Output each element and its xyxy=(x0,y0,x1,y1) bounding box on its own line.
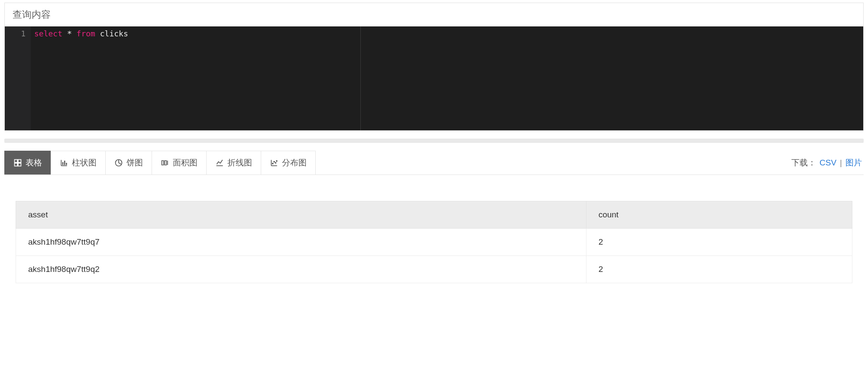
tab-pie-label: 饼图 xyxy=(126,157,143,168)
table-header-row: asset count xyxy=(16,201,852,229)
download-csv-link[interactable]: CSV xyxy=(819,158,836,168)
pie-chart-icon xyxy=(114,158,123,167)
results-area: asset count aksh1hf98qw7tt9q7 2 aksh1hf9… xyxy=(0,175,868,283)
table-row: aksh1hf98qw7tt9q2 2 xyxy=(16,256,852,283)
svg-rect-4 xyxy=(62,162,64,165)
tab-scatter-chart[interactable]: 分布图 xyxy=(261,151,316,175)
download-separator: | xyxy=(836,158,845,168)
sql-keyword-select: select xyxy=(34,29,62,38)
results-table: asset count aksh1hf98qw7tt9q7 2 aksh1hf9… xyxy=(16,201,852,283)
tab-area-chart[interactable]: 面积图 xyxy=(152,151,207,175)
tab-table[interactable]: 表格 xyxy=(4,151,51,175)
query-panel: 查询内容 1 select * from clicks xyxy=(4,3,864,131)
line-chart-icon xyxy=(215,158,224,167)
sql-star: * xyxy=(67,29,72,38)
grid-icon xyxy=(13,158,22,167)
editor-split-line xyxy=(360,26,361,130)
svg-rect-1 xyxy=(18,160,21,163)
tab-line-label: 折线图 xyxy=(227,157,252,168)
tab-pie-chart[interactable]: 饼图 xyxy=(105,151,152,175)
horizontal-divider[interactable] xyxy=(4,139,864,143)
svg-rect-5 xyxy=(64,161,65,165)
result-tabs-row: 表格 柱状图 xyxy=(4,151,864,175)
tab-area-label: 面积图 xyxy=(173,157,198,168)
sql-line: select * from clicks xyxy=(34,29,860,38)
sql-keyword-from: from xyxy=(77,29,95,38)
download-label: 下载： xyxy=(791,157,816,168)
svg-rect-6 xyxy=(66,163,67,165)
tab-bar-chart[interactable]: 柱状图 xyxy=(51,151,106,175)
area-chart-icon xyxy=(161,158,169,167)
line-number: 1 xyxy=(5,29,26,38)
cell-count: 2 xyxy=(586,229,852,256)
tab-line-chart[interactable]: 折线图 xyxy=(206,151,261,175)
tab-table-label: 表格 xyxy=(26,157,42,168)
cell-asset: aksh1hf98qw7tt9q2 xyxy=(16,256,586,283)
svg-point-8 xyxy=(272,163,273,164)
editor-code-area[interactable]: select * from clicks xyxy=(31,26,863,130)
tab-bar-label: 柱状图 xyxy=(72,157,97,168)
svg-point-10 xyxy=(275,162,276,163)
sql-editor[interactable]: 1 select * from clicks xyxy=(5,26,863,130)
tab-dist-label: 分布图 xyxy=(282,157,307,168)
column-header-count[interactable]: count xyxy=(586,201,852,229)
download-section: 下载： CSV | 图片 xyxy=(790,151,864,175)
table-row: aksh1hf98qw7tt9q7 2 xyxy=(16,229,852,256)
svg-point-11 xyxy=(276,161,277,162)
result-tabs: 表格 柱状图 xyxy=(4,151,315,175)
bar-chart-icon xyxy=(60,158,68,167)
editor-gutter: 1 xyxy=(5,26,31,130)
query-header-label: 查询内容 xyxy=(5,3,863,26)
download-image-link[interactable]: 图片 xyxy=(845,157,862,168)
svg-rect-3 xyxy=(18,163,21,166)
svg-rect-2 xyxy=(15,163,18,166)
cell-asset: aksh1hf98qw7tt9q7 xyxy=(16,229,586,256)
column-header-asset[interactable]: asset xyxy=(16,201,586,229)
sql-table: clicks xyxy=(100,29,128,38)
svg-rect-0 xyxy=(15,160,18,163)
cell-count: 2 xyxy=(586,256,852,283)
svg-point-9 xyxy=(274,162,275,162)
scatter-chart-icon xyxy=(270,158,279,167)
